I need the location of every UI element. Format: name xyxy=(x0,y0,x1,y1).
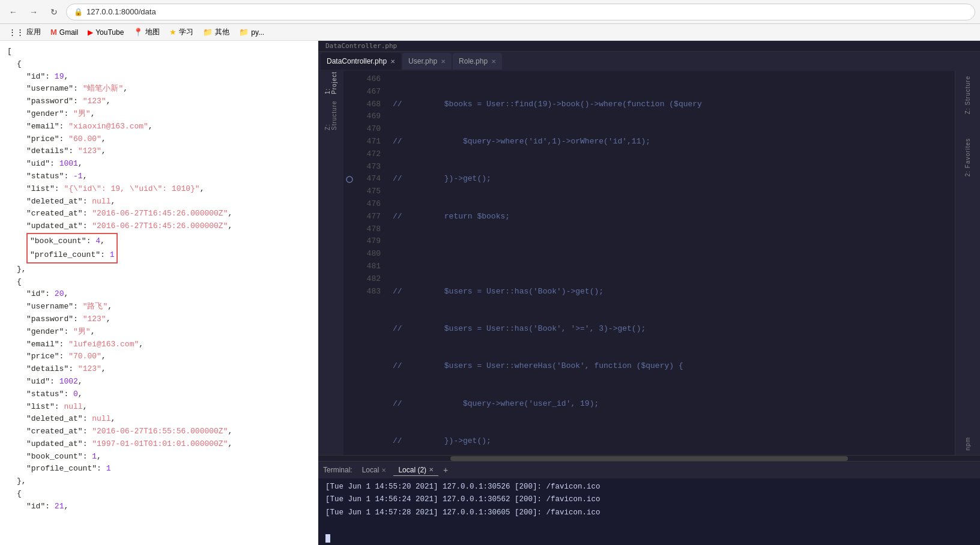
user-1-id: "id": 19, xyxy=(7,71,311,83)
bookmark-apps[interactable]: ⋮⋮ 应用 xyxy=(5,26,44,38)
browser-chrome: ← → ↻ 🔒 127.0.0.1:8000/data ⋮⋮ 应用 M Gmai… xyxy=(0,0,980,41)
terminal-cursor xyxy=(325,534,330,543)
gutter-475 xyxy=(343,185,355,198)
bookmark-other[interactable]: 📁 其他 xyxy=(199,26,233,38)
user-3-id: "id": 21, xyxy=(7,501,311,513)
bookmark-study[interactable]: ★ 学习 xyxy=(166,26,197,38)
close-local-icon[interactable]: ✕ xyxy=(381,467,386,474)
terminal-tabs: Terminal: Local ✕ Local (2) ✕ + xyxy=(318,462,980,478)
svg-point-0 xyxy=(346,176,352,182)
tab-user[interactable]: User.php ✕ xyxy=(402,53,452,70)
bookmark-py[interactable]: 📁 py... xyxy=(235,26,268,38)
line-466: // $books = User::find(19)->book()->wher… xyxy=(393,98,948,111)
gutter-480 xyxy=(343,248,355,260)
bookmark-apps-label: 应用 xyxy=(26,27,41,37)
nav-bar: ← → ↻ 🔒 127.0.0.1:8000/data xyxy=(0,0,980,24)
close-local2-icon[interactable]: ✕ xyxy=(429,466,434,473)
main-area: [ { "id": 19, "username": "蜡笔小新", "passw… xyxy=(0,41,980,545)
gutter-472 xyxy=(343,148,355,161)
bookmark-study-label: 学习 xyxy=(179,27,193,37)
gutter xyxy=(343,71,355,455)
user-2-list: "list": null, xyxy=(7,401,311,414)
user-2-gender: "gender": "男", xyxy=(7,326,311,339)
user-2-price: "price": "70.00", xyxy=(7,351,311,363)
terminal-input-line[interactable] xyxy=(318,532,980,545)
tab-role[interactable]: Role.php ✕ xyxy=(453,53,502,70)
sidebar-structure-right[interactable]: Z: Structure xyxy=(964,73,971,116)
user-1-created-at: "created_at": "2016-06-27T16:45:26.00000… xyxy=(7,208,311,220)
user-1-updated-at: "updated_at": "2016-06-27T16:45:26.00000… xyxy=(7,220,311,233)
tab-role-label: Role.php xyxy=(459,57,488,65)
terminal-tab-local[interactable]: Local ✕ xyxy=(357,465,392,475)
tab-user-label: User.php xyxy=(408,57,437,65)
line-468: // })->get(); xyxy=(393,173,948,185)
terminal-add-button[interactable]: + xyxy=(441,465,450,475)
lock-icon: 🔒 xyxy=(74,8,83,16)
line-471: // $users = User::has('Book')->get(); xyxy=(393,286,948,298)
json-panel[interactable]: [ { "id": 19, "username": "蜡笔小新", "passw… xyxy=(0,41,318,545)
right-sidebar: Z: Structure 2: Favorites npm xyxy=(955,71,980,455)
sidebar-structure-icon[interactable]: Z: Structure xyxy=(320,106,342,125)
user-1-close: }, xyxy=(7,263,311,276)
user-2-id: "id": 20, xyxy=(7,288,311,301)
user-2-details: "details": "123", xyxy=(7,363,311,376)
line-467: // $query->where('id',1)->orWhere('id',1… xyxy=(393,136,948,148)
terminal-label: Terminal: xyxy=(323,466,352,474)
user-1-details: "details": "123", xyxy=(7,145,311,158)
json-root-bracket: [ xyxy=(7,46,311,58)
terminal-log-1: [Tue Jun 1 14:55:20 2021] 127.0.0.1:3052… xyxy=(325,481,973,493)
user-2-username: "username": "路飞", xyxy=(7,301,311,313)
user-1-price: "price": "60.00", xyxy=(7,133,311,146)
line-469: // return $books; xyxy=(393,211,948,223)
gutter-477 xyxy=(343,211,355,223)
address-bar[interactable]: 🔒 127.0.0.1:8000/data xyxy=(66,4,975,20)
user-1-password: "password": "123", xyxy=(7,95,311,108)
user-2-open: { xyxy=(7,276,311,289)
reload-button[interactable]: ↻ xyxy=(46,4,62,20)
gutter-473 xyxy=(343,161,355,173)
bookmark-gmail[interactable]: M Gmail xyxy=(47,26,82,38)
terminal-tab-local-label: Local xyxy=(362,466,380,474)
back-button[interactable]: ← xyxy=(5,4,22,20)
ide-sidebar: 1: Project Z: Structure xyxy=(318,71,343,455)
user-1-profile-count: "profile_count": 1 xyxy=(30,248,114,262)
user-2-email: "email": "lufei@163.com", xyxy=(7,339,311,351)
user-2-updated-at: "updated_at": "1997-01-01T01:01:01.00000… xyxy=(7,438,311,451)
user-2-deleted-at: "deleted_at": null, xyxy=(7,413,311,426)
bookmark-py-label: py... xyxy=(251,28,264,37)
sidebar-npm-right[interactable]: npm xyxy=(964,435,971,453)
gutter-481 xyxy=(343,260,355,273)
gutter-467 xyxy=(343,86,355,98)
close-user-icon[interactable]: ✕ xyxy=(441,58,446,65)
user-2-close: }, xyxy=(7,475,311,488)
line-472: // $users = User::has('Book', '>=', 3)->… xyxy=(393,323,948,336)
gutter-471 xyxy=(343,136,355,148)
url-text: 127.0.0.1:8000/data xyxy=(86,7,156,16)
bookmark-youtube-label: YouTube xyxy=(95,28,124,37)
user-1-status: "status": -1, xyxy=(7,170,311,183)
bookmark-gmail-label: Gmail xyxy=(59,28,78,37)
sidebar-favorites-right[interactable]: 2: Favorites xyxy=(964,136,971,179)
forward-button[interactable]: → xyxy=(25,4,42,20)
tab-datacontroller[interactable]: DataController.php ✕ xyxy=(321,53,401,70)
close-datacontroller-icon[interactable]: ✕ xyxy=(390,58,395,65)
bookmark-youtube[interactable]: ▶ YouTube xyxy=(84,27,127,38)
gutter-478 xyxy=(343,223,355,236)
close-role-icon[interactable]: ✕ xyxy=(491,58,496,65)
terminal-area: Terminal: Local ✕ Local (2) ✕ + [Tue Jun… xyxy=(318,461,980,545)
bookmark-maps-label: 地图 xyxy=(145,27,160,37)
tab-datacontroller-label: DataController.php xyxy=(327,57,387,65)
bookmark-maps[interactable]: 📍 地图 xyxy=(130,26,163,38)
line-475: // })->get(); xyxy=(393,435,948,448)
sidebar-project-icon[interactable]: 1: Project xyxy=(320,73,342,92)
terminal-tab-local2[interactable]: Local (2) ✕ xyxy=(393,465,438,476)
gutter-474 xyxy=(343,173,355,185)
terminal-log-3: [Tue Jun 1 14:57:28 2021] 127.0.0.1:3060… xyxy=(325,507,973,519)
line-numbers: 466 467 468 469 470 471 472 473 474 475 … xyxy=(355,71,386,455)
code-content[interactable]: // $books = User::find(19)->book()->wher… xyxy=(386,71,955,455)
scrollbar-area xyxy=(318,455,980,461)
ide-code-area: 1: Project Z: Structure xyxy=(318,71,980,455)
user-1-gender: "gender": "男", xyxy=(7,108,311,121)
terminal-tab-local2-label: Local (2) xyxy=(398,466,426,474)
gutter-476 xyxy=(343,198,355,211)
